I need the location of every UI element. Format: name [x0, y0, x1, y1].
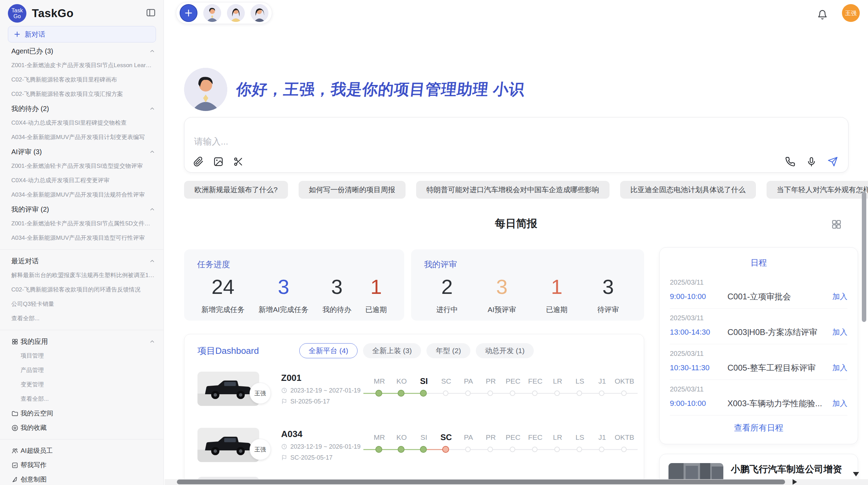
- review-item[interactable]: Z001-全新燃油轻卡产品开发项目SI造型提交物评审: [0, 159, 164, 173]
- add-assistant-button[interactable]: [180, 4, 197, 22]
- notification-bell-icon[interactable]: [817, 10, 828, 20]
- join-link[interactable]: 加入: [832, 363, 847, 373]
- milestone-ls[interactable]: LS: [569, 375, 591, 387]
- section-header-my-apps[interactable]: 我的应用: [0, 334, 164, 349]
- milestone-pa[interactable]: PA: [457, 431, 480, 444]
- user-avatar[interactable]: 王强: [842, 4, 860, 22]
- milestone-si[interactable]: SI: [413, 431, 435, 444]
- conversation-item[interactable]: C02-飞腾新能源轻客改款项目里程碑画布: [0, 73, 164, 87]
- review-item[interactable]: Z001-全新燃油轻卡产品开发项目SI节点属性5D文件评审: [0, 216, 164, 231]
- conversation-item[interactable]: C02-飞腾新能源轻客改款项目立项汇报方案: [0, 87, 164, 101]
- milestone-sc[interactable]: SC: [435, 375, 457, 387]
- suggestion-chip[interactable]: 如何写一份清晰的项目周报: [299, 181, 406, 199]
- project-row[interactable]: 王强A0342023-12-19 ~ 2026-01-19SC-2025-05-…: [197, 419, 631, 471]
- milestone-mr[interactable]: MR: [368, 375, 390, 387]
- milestone-fec[interactable]: FEC: [524, 375, 546, 387]
- new-chat-button[interactable]: 新对话: [8, 26, 156, 42]
- sidebar-item-favorites[interactable]: 我的收藏: [0, 421, 164, 435]
- milestone-mr[interactable]: MR: [368, 431, 390, 444]
- milestone-ko[interactable]: KO: [390, 375, 413, 387]
- mic-icon[interactable]: [806, 157, 817, 167]
- chevron-up-icon[interactable]: [149, 338, 155, 345]
- view-all-schedule-link[interactable]: 查看所有日程: [660, 422, 858, 433]
- app-item[interactable]: 变更管理: [0, 377, 164, 392]
- suggestion-chip[interactable]: 特朗普可能对进口汽车增税会对中国车企造成哪些影响: [416, 181, 610, 199]
- recent-conversation-item[interactable]: 解释最新出台的欧盟报废车法规再生塑料比例被调至15%...: [0, 268, 164, 283]
- milestone-fec[interactable]: FEC: [524, 431, 546, 444]
- section-header-recent[interactable]: 最近对话: [0, 254, 164, 268]
- assistant-avatar-1[interactable]: [203, 4, 221, 22]
- sidebar-item-ai-staff[interactable]: AI超级员工: [0, 444, 164, 458]
- chat-input[interactable]: [194, 134, 743, 149]
- image-icon[interactable]: [213, 157, 224, 167]
- chevron-up-icon[interactable]: [149, 149, 155, 155]
- milestone-j1[interactable]: J1: [591, 431, 613, 444]
- attach-icon[interactable]: [193, 157, 204, 167]
- conversation-item[interactable]: Z001-全新燃油皮卡产品开发项目SI节点Lesson Learn报告: [0, 58, 164, 73]
- suggestion-chip[interactable]: 当下年轻人对汽车外观有怎样的喜好趋势: [767, 181, 868, 199]
- dashboard-tab[interactable]: 全新平台 (4): [299, 343, 358, 358]
- join-link[interactable]: 加入: [832, 291, 847, 302]
- milestone-pec[interactable]: PEC: [502, 375, 524, 387]
- app-item[interactable]: 项目管理: [0, 349, 164, 363]
- milestone-pr[interactable]: PR: [480, 431, 502, 444]
- join-link[interactable]: 加入: [832, 398, 847, 409]
- dashboard-tab[interactable]: 年型 (2): [426, 343, 470, 358]
- chevron-up-icon[interactable]: [149, 206, 155, 212]
- vertical-scrollbar[interactable]: [862, 192, 866, 322]
- todo-item[interactable]: A034-全新新能源MUV产品开发项目计划变更表编写: [0, 130, 164, 145]
- recent-conversation-item[interactable]: C02-飞腾新能源轻客改款项目的闭环通告反馈情况: [0, 283, 164, 297]
- milestone-track: MRKOSISCPAPRPECFECLRLSJ1OKTB: [368, 372, 642, 406]
- section-header-my-todo[interactable]: 我的待办 (2): [0, 101, 164, 116]
- apps-view-all[interactable]: 查看全部...: [0, 392, 164, 406]
- review-item[interactable]: C0X4-动力总成开发项目工程变更评审: [0, 173, 164, 188]
- chevron-up-icon[interactable]: [149, 258, 155, 264]
- milestone-lr[interactable]: LR: [546, 431, 569, 444]
- app-item[interactable]: 产品管理: [0, 363, 164, 377]
- milestone-si[interactable]: SI: [413, 375, 435, 387]
- milestone-pr[interactable]: PR: [480, 375, 502, 387]
- section-header-agent-done[interactable]: Agent已办 (3): [0, 44, 164, 58]
- milestone-pec[interactable]: PEC: [502, 431, 524, 444]
- recent-conversation-item[interactable]: 公司Q3轻卡销量: [0, 297, 164, 311]
- sidebar-item-drawing[interactable]: 创意制图: [0, 472, 164, 485]
- milestone-oktb[interactable]: OKTB: [613, 431, 636, 444]
- phone-icon[interactable]: [785, 157, 795, 167]
- section-header-ai-review[interactable]: AI评审 (3): [0, 145, 164, 159]
- project-row[interactable]: 王强Z0012023-12-19 ~ 2027-01-19SI-2025-05-…: [197, 363, 631, 414]
- milestone-pa[interactable]: PA: [457, 375, 480, 387]
- send-icon[interactable]: [828, 157, 838, 167]
- chevron-up-icon[interactable]: [149, 105, 155, 112]
- milestone-j1[interactable]: J1: [591, 375, 613, 387]
- assistant-avatar-3[interactable]: [251, 4, 268, 22]
- scissors-icon[interactable]: [233, 157, 243, 167]
- recent-view-all[interactable]: 查看全部...: [0, 311, 164, 326]
- horizontal-scrollbar[interactable]: [177, 480, 785, 484]
- dashboard-tab[interactable]: 动总开发 (1): [476, 343, 534, 358]
- scroll-down-arrow[interactable]: [853, 472, 859, 476]
- suggestion-chip[interactable]: 欧洲新规最近颁布了什么?: [184, 181, 288, 199]
- suggestion-chip[interactable]: 比亚迪全固态电池计划具体说了什么: [620, 181, 756, 199]
- review-item[interactable]: A034-全新新能源MUV产品开发项目法规符合性评审: [0, 188, 164, 202]
- scroll-right-arrow[interactable]: [793, 479, 797, 485]
- sidebar-item-writing[interactable]: 帮我写作: [0, 458, 164, 472]
- milestone-sc[interactable]: SC: [435, 431, 457, 444]
- sidebar-item-cloud-space[interactable]: 我的云空间: [0, 406, 164, 421]
- people-icon: [11, 447, 19, 455]
- dashboard-tab[interactable]: 全新上装 (3): [363, 343, 421, 358]
- chevron-up-icon[interactable]: [149, 48, 155, 54]
- logo-text-bottom: Go: [13, 13, 21, 19]
- assistant-avatar-2[interactable]: [227, 4, 245, 22]
- section-header-my-review[interactable]: 我的评审 (2): [0, 202, 164, 216]
- milestone-lr[interactable]: LR: [546, 375, 569, 387]
- sidebar-scroll-area[interactable]: Agent已办 (3) Z001-全新燃油皮卡产品开发项目SI节点Lesson …: [0, 44, 164, 485]
- milestone-ko[interactable]: KO: [390, 431, 413, 444]
- milestone-oktb[interactable]: OKTB: [613, 375, 636, 387]
- review-item[interactable]: A034-全新新能源MUV产品开发项目造型可行性评审: [0, 231, 164, 245]
- join-link[interactable]: 加入: [832, 327, 847, 337]
- layout-grid-icon[interactable]: [831, 219, 842, 230]
- sidebar-collapse-icon[interactable]: [146, 8, 156, 18]
- todo-item[interactable]: C0X4-动力总成开发项目SI里程碑提交物检查: [0, 116, 164, 130]
- milestone-ls[interactable]: LS: [569, 431, 591, 444]
- chat-input-box[interactable]: [184, 117, 848, 173]
